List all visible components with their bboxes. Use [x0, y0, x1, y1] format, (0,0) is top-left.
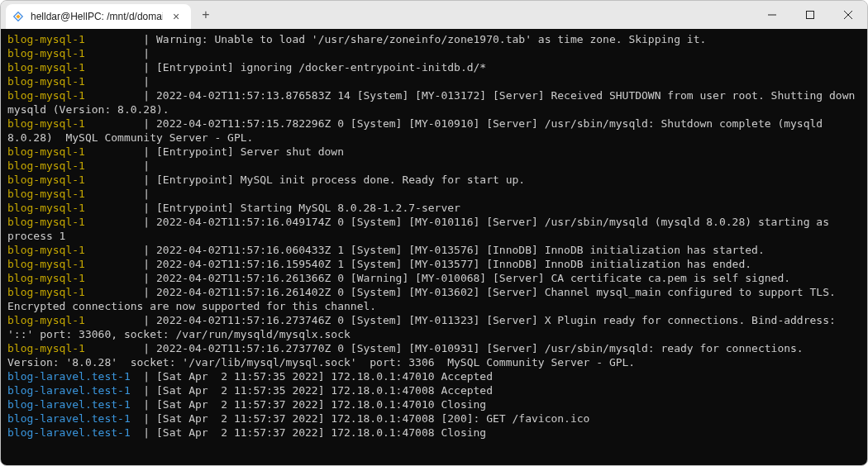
- log-line: blog-laravel.test-1 | [Sat Apr 2 11:57:3…: [7, 426, 861, 440]
- log-prefix: blog-mysql-1: [7, 89, 131, 102]
- log-line: blog-mysql-1 | 2022-04-02T11:57:15.78229…: [7, 116, 861, 145]
- log-prefix: blog-mysql-1: [7, 286, 131, 298]
- log-prefix: blog-mysql-1: [7, 272, 131, 284]
- terminal-tab-icon: [12, 11, 24, 22]
- tab-title: helldar@HellPC: /mnt/d/domain: [31, 11, 163, 22]
- log-message: [Entrypoint] Server shut down: [156, 145, 344, 158]
- log-separator: |: [131, 258, 156, 270]
- log-separator: |: [131, 145, 156, 158]
- log-prefix: blog-laravel.test-1: [7, 412, 131, 425]
- log-message: [Sat Apr 2 11:57:37 2022] 172.18.0.1:470…: [156, 412, 589, 425]
- log-separator: |: [131, 89, 156, 102]
- log-prefix: blog-mysql-1: [7, 145, 131, 158]
- log-prefix: blog-mysql-1: [7, 174, 131, 186]
- log-separator: |: [131, 33, 156, 45]
- log-separator: |: [131, 314, 156, 326]
- log-prefix: blog-laravel.test-1: [7, 370, 131, 383]
- minimize-button[interactable]: [753, 1, 791, 29]
- log-line: blog-laravel.test-1 | [Sat Apr 2 11:57:3…: [7, 383, 861, 397]
- title-bar[interactable]: helldar@HellPC: /mnt/d/domain × +: [1, 1, 867, 29]
- log-prefix: blog-laravel.test-1: [7, 384, 131, 397]
- log-message: [Entrypoint] ignoring /docker-entrypoint…: [156, 61, 486, 74]
- log-line: blog-mysql-1 |: [7, 187, 861, 201]
- log-separator: |: [131, 202, 156, 214]
- log-separator: |: [131, 426, 156, 439]
- log-separator: |: [131, 47, 156, 59]
- log-prefix: blog-mysql-1: [7, 216, 131, 228]
- log-prefix: blog-mysql-1: [7, 47, 131, 59]
- log-separator: |: [131, 272, 156, 284]
- log-line: blog-mysql-1 | 2022-04-02T11:57:16.27374…: [7, 313, 861, 341]
- log-prefix: blog-mysql-1: [7, 188, 131, 200]
- log-separator: |: [131, 61, 156, 74]
- log-line: blog-mysql-1 | [Entrypoint] Starting MyS…: [7, 201, 861, 215]
- log-separator: |: [131, 188, 156, 200]
- log-line: blog-mysql-1 | Warning: Unable to load '…: [7, 32, 861, 46]
- log-message: [Sat Apr 2 11:57:37 2022] 172.18.0.1:470…: [156, 398, 486, 411]
- log-prefix: blog-laravel.test-1: [7, 426, 131, 439]
- terminal-output[interactable]: blog-mysql-1 | Warning: Unable to load '…: [1, 29, 867, 465]
- log-separator: |: [131, 342, 156, 354]
- log-separator: |: [131, 159, 156, 172]
- log-separator: |: [131, 286, 156, 298]
- log-line: blog-mysql-1 |: [7, 74, 861, 88]
- log-prefix: blog-mysql-1: [7, 202, 131, 214]
- terminal-tab[interactable]: helldar@HellPC: /mnt/d/domain ×: [6, 4, 191, 29]
- log-message: Warning: Unable to load '/usr/share/zone…: [156, 33, 706, 45]
- log-line: blog-mysql-1 | 2022-04-02T11:57:16.27377…: [7, 341, 861, 369]
- log-message: [Entrypoint] Starting MySQL 8.0.28-1.2.7…: [156, 202, 460, 214]
- log-line: blog-mysql-1 | [Entrypoint] MySQL init p…: [7, 173, 861, 187]
- terminal-window: helldar@HellPC: /mnt/d/domain × + blog-m…: [0, 0, 868, 466]
- log-line: blog-mysql-1 | 2022-04-02T11:57:16.15954…: [7, 257, 861, 271]
- log-line: blog-mysql-1 | 2022-04-02T11:57:16.26136…: [7, 271, 861, 285]
- close-tab-button[interactable]: ×: [169, 10, 183, 23]
- log-line: blog-mysql-1 |: [7, 159, 861, 173]
- log-line: blog-mysql-1 | [Entrypoint] Server shut …: [7, 145, 861, 159]
- log-separator: |: [131, 384, 156, 397]
- log-message: [Entrypoint] MySQL init process done. Re…: [156, 174, 525, 186]
- log-separator: |: [131, 398, 156, 411]
- new-tab-button[interactable]: +: [194, 3, 217, 26]
- log-message: [Sat Apr 2 11:57:37 2022] 172.18.0.1:470…: [156, 426, 486, 439]
- svg-rect-1: [807, 12, 814, 19]
- log-prefix: blog-mysql-1: [7, 314, 131, 326]
- log-line: blog-mysql-1 |: [7, 46, 861, 60]
- log-prefix: blog-mysql-1: [7, 33, 131, 45]
- log-separator: |: [131, 75, 156, 88]
- log-message: 2022-04-02T11:57:16.261366Z 0 [Warning] …: [156, 272, 790, 284]
- log-message: [Sat Apr 2 11:57:35 2022] 172.18.0.1:470…: [156, 370, 493, 383]
- log-separator: |: [131, 216, 156, 228]
- log-line: blog-mysql-1 | 2022-04-02T11:57:16.06043…: [7, 243, 861, 257]
- log-separator: |: [131, 370, 156, 383]
- log-separator: |: [131, 244, 156, 256]
- log-prefix: blog-mysql-1: [7, 117, 131, 130]
- log-prefix: blog-mysql-1: [7, 159, 131, 172]
- log-prefix: blog-mysql-1: [7, 342, 131, 354]
- log-prefix: blog-mysql-1: [7, 244, 131, 256]
- log-line: blog-mysql-1 | 2022-04-02T11:57:16.04917…: [7, 215, 861, 243]
- log-separator: |: [131, 117, 156, 130]
- log-separator: |: [131, 174, 156, 186]
- window-controls: [753, 1, 867, 29]
- maximize-button[interactable]: [791, 1, 829, 29]
- log-prefix: blog-mysql-1: [7, 75, 131, 88]
- log-prefix: blog-mysql-1: [7, 61, 131, 74]
- log-message: 2022-04-02T11:57:16.159540Z 1 [System] […: [156, 258, 751, 270]
- log-message: 2022-04-02T11:57:16.060433Z 1 [System] […: [156, 244, 765, 256]
- log-line: blog-mysql-1 | 2022-04-02T11:57:16.26140…: [7, 285, 861, 313]
- log-line: blog-laravel.test-1 | [Sat Apr 2 11:57:3…: [7, 369, 861, 383]
- log-line: blog-mysql-1 | [Entrypoint] ignoring /do…: [7, 60, 861, 74]
- log-line: blog-laravel.test-1 | [Sat Apr 2 11:57:3…: [7, 411, 861, 426]
- log-line: blog-mysql-1 | 2022-04-02T11:57:13.87658…: [7, 88, 861, 116]
- log-message: [Sat Apr 2 11:57:35 2022] 172.18.0.1:470…: [156, 384, 493, 397]
- log-prefix: blog-mysql-1: [7, 258, 131, 270]
- log-prefix: blog-laravel.test-1: [7, 398, 131, 411]
- close-window-button[interactable]: [829, 1, 867, 29]
- log-line: blog-laravel.test-1 | [Sat Apr 2 11:57:3…: [7, 397, 861, 411]
- log-separator: |: [131, 412, 156, 425]
